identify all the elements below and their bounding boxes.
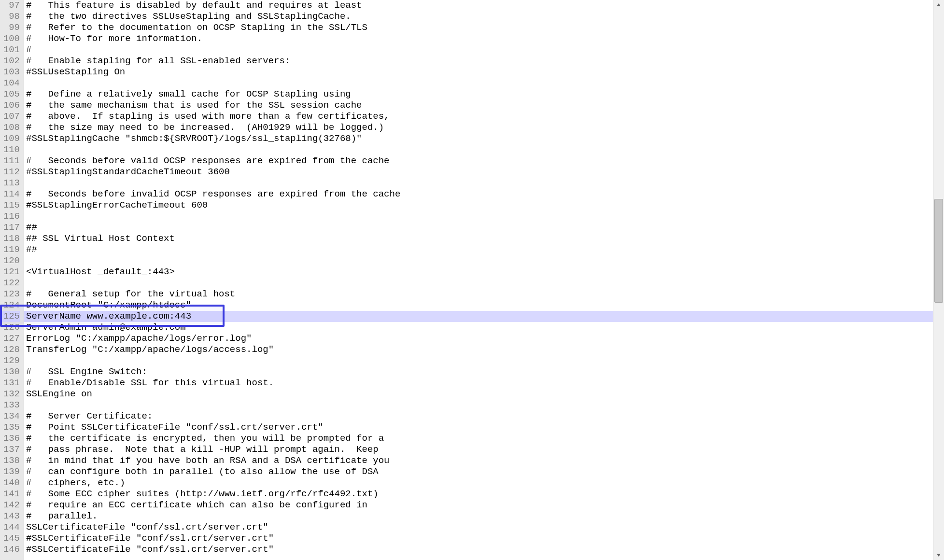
line-number: 98	[0, 11, 20, 22]
code-line[interactable]	[24, 400, 933, 411]
code-line[interactable]	[24, 355, 933, 366]
code-line[interactable]: # Seconds before valid OCSP responses ar…	[24, 155, 933, 167]
code-line[interactable]: # Server Certificate:	[24, 411, 933, 422]
code-line[interactable]: #SSLStaplingErrorCacheTimeout 600	[24, 200, 933, 211]
code-line[interactable]: # Enable stapling for all SSL-enabled se…	[24, 56, 933, 67]
code-line[interactable]: # the same mechanism that is used for th…	[24, 100, 933, 111]
vertical-scrollbar[interactable]	[933, 0, 944, 560]
line-number: 138	[0, 455, 20, 466]
code-line[interactable]: # the certificate is encrypted, then you…	[24, 433, 933, 444]
scrollbar-track[interactable]	[933, 10, 944, 550]
line-number: 136	[0, 433, 20, 444]
line-number: 113	[0, 178, 20, 189]
code-line[interactable]: ErrorLog "C:/xampp/apache/logs/error.log…	[24, 333, 933, 344]
code-line[interactable]: DocumentRoot "C:/xampp/htdocs"	[24, 300, 933, 311]
code-line[interactable]: ##	[24, 222, 933, 233]
code-line[interactable]	[24, 211, 933, 222]
line-number: 101	[0, 44, 20, 56]
code-line[interactable]: # above. If stapling is used with more t…	[24, 111, 933, 122]
code-content[interactable]: # This feature is disabled by default an…	[24, 0, 933, 560]
code-line[interactable]: # General setup for the virtual host	[24, 289, 933, 300]
code-line[interactable]: # Refer to the documentation on OCSP Sta…	[24, 22, 933, 33]
line-number: 132	[0, 389, 20, 400]
line-number: 127	[0, 333, 20, 344]
code-line[interactable]: # Some ECC cipher suites (http://www.iet…	[24, 489, 933, 500]
code-line[interactable]: # can configure both in parallel (to als…	[24, 466, 933, 477]
code-line[interactable]	[24, 144, 933, 155]
line-number: 133	[0, 400, 20, 411]
code-line[interactable]: # require an ECC certificate which can a…	[24, 500, 933, 511]
code-line[interactable]: # Point SSLCertificateFile "conf/ssl.crt…	[24, 422, 933, 433]
code-line[interactable]	[24, 278, 933, 289]
code-line[interactable]: #	[24, 44, 933, 56]
code-line[interactable]: ## SSL Virtual Host Context	[24, 233, 933, 244]
code-line[interactable]: # the two directives SSLUseStapling and …	[24, 11, 933, 22]
line-number: 131	[0, 378, 20, 389]
line-number: 124	[0, 300, 20, 311]
code-line[interactable]: # This feature is disabled by default an…	[24, 0, 933, 11]
code-line[interactable]: #SSLStaplingCache "shmcb:${SRVROOT}/logs…	[24, 133, 933, 144]
code-line[interactable]: ##	[24, 244, 933, 255]
line-number: 139	[0, 466, 20, 477]
code-line[interactable]: #SSLStaplingStandardCacheTimeout 3600	[24, 167, 933, 178]
line-number: 123	[0, 289, 20, 300]
inline-url-link[interactable]: http://www.ietf.org/rfc/rfc4492.txt)	[180, 489, 378, 499]
line-number: 125	[0, 311, 20, 322]
line-number: 108	[0, 122, 20, 133]
line-number: 105	[0, 89, 20, 100]
line-number: 114	[0, 189, 20, 200]
scrollbar-up-arrow-icon[interactable]	[933, 0, 944, 10]
line-number: 146	[0, 544, 20, 555]
line-number: 100	[0, 33, 20, 44]
line-number: 107	[0, 111, 20, 122]
code-line[interactable]: # parallel.	[24, 511, 933, 522]
code-line[interactable]: ServerAdmin admin@example.com	[24, 322, 933, 333]
line-number-gutter: 9798991001011021031041051061071081091101…	[0, 0, 24, 560]
code-editor: 9798991001011021031041051061071081091101…	[0, 0, 944, 560]
code-line[interactable]: SSLEngine on	[24, 389, 933, 400]
line-number: 134	[0, 411, 20, 422]
line-number: 104	[0, 78, 20, 89]
line-number: 128	[0, 344, 20, 355]
line-number: 140	[0, 477, 20, 489]
scrollbar-down-arrow-icon[interactable]	[933, 550, 944, 560]
line-number: 144	[0, 522, 20, 533]
line-number: 102	[0, 56, 20, 67]
code-line[interactable]: #SSLCertificateFile "conf/ssl.crt/server…	[24, 533, 933, 544]
code-line[interactable]: # the size may need to be increased. (AH…	[24, 122, 933, 133]
line-number: 119	[0, 244, 20, 255]
code-line[interactable]	[24, 78, 933, 89]
line-number: 141	[0, 489, 20, 500]
line-number: 130	[0, 366, 20, 378]
code-line[interactable]: #SSLUseStapling On	[24, 67, 933, 78]
code-line[interactable]: # SSL Engine Switch:	[24, 366, 933, 378]
code-line[interactable]: # Define a relatively small cache for OC…	[24, 89, 933, 100]
code-line[interactable]: <VirtualHost _default_:443>	[24, 266, 933, 278]
line-number: 135	[0, 422, 20, 433]
line-number: 145	[0, 533, 20, 544]
code-line[interactable]	[24, 178, 933, 189]
code-line[interactable]: #SSLCertificateFile "conf/ssl.crt/server…	[24, 544, 933, 555]
code-line[interactable]: # ciphers, etc.)	[24, 477, 933, 489]
scrollbar-thumb[interactable]	[934, 199, 943, 303]
line-number: 117	[0, 222, 20, 233]
code-line[interactable]: SSLCertificateFile "conf/ssl.crt/server.…	[24, 522, 933, 533]
code-line[interactable]: ServerName www.example.com:443	[24, 311, 933, 322]
code-line[interactable]: # in mind that if you have both an RSA a…	[24, 455, 933, 466]
line-number: 103	[0, 67, 20, 78]
line-number: 99	[0, 22, 20, 33]
code-line[interactable]: # Enable/Disable SSL for this virtual ho…	[24, 378, 933, 389]
code-line[interactable]	[24, 255, 933, 266]
line-number: 122	[0, 278, 20, 289]
code-line[interactable]: TransferLog "C:/xampp/apache/logs/access…	[24, 344, 933, 355]
line-number: 129	[0, 355, 20, 366]
line-number: 118	[0, 233, 20, 244]
line-number: 106	[0, 100, 20, 111]
line-number: 126	[0, 322, 20, 333]
line-number: 142	[0, 500, 20, 511]
code-line[interactable]: # How-To for more information.	[24, 33, 933, 44]
line-number: 137	[0, 444, 20, 455]
line-number: 97	[0, 0, 20, 11]
code-line[interactable]: # Seconds before invalid OCSP responses …	[24, 189, 933, 200]
code-line[interactable]: # pass phrase. Note that a kill -HUP wil…	[24, 444, 933, 455]
